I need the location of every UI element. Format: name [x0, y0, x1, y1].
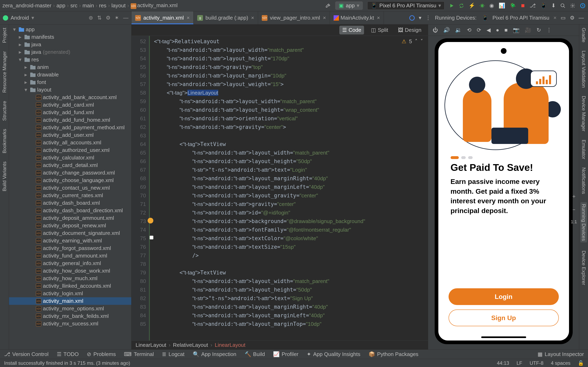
breadcrumbs[interactable]: zera_android-master›app›src›main›res›lay…: [2, 2, 178, 9]
login-button[interactable]: Login: [449, 288, 559, 305]
coverage-icon[interactable]: ◉: [489, 2, 494, 9]
more-icon[interactable]: ⋮: [546, 27, 552, 33]
tree-row[interactable]: </> activity_choose_language.xml: [9, 176, 131, 184]
breadcrumb-item[interactable]: src: [70, 2, 78, 9]
chevron-down-icon[interactable]: ▾: [31, 15, 34, 21]
tree-row[interactable]: </> activity_main.xml: [9, 297, 131, 305]
zoom-ratio[interactable]: 1:1: [571, 219, 577, 225]
dropdown-caret-icon[interactable]: ▾: [419, 15, 421, 21]
tool-logcat[interactable]: ≣ Logcat: [162, 351, 184, 358]
profiler-icon[interactable]: 📊: [499, 2, 505, 9]
breakpoint-icon[interactable]: [148, 218, 153, 224]
attach-debugger-icon[interactable]: 🪲: [510, 2, 516, 9]
view-code-button[interactable]: ☰ Code: [339, 26, 364, 34]
side-build-variants[interactable]: Build Variants: [2, 161, 7, 191]
tree-row[interactable]: </> activity_forgot_password.xml: [9, 244, 131, 252]
volume-down-icon[interactable]: 🔉: [455, 27, 462, 33]
close-icon[interactable]: ×: [251, 15, 254, 21]
tree-row[interactable]: ▾ res: [9, 56, 131, 63]
tree-row[interactable]: </> activity_login.xml: [9, 290, 131, 297]
page-indicator[interactable]: [438, 156, 569, 162]
tree-row[interactable]: </> activity_add_payment_method.xml: [9, 124, 131, 131]
snapshot-icon[interactable]: ↻: [536, 27, 541, 33]
readonly-icon[interactable]: 🔓: [578, 360, 584, 366]
tree-row[interactable]: </> activity_add_fund.xml: [9, 109, 131, 116]
power-icon[interactable]: ⏻: [433, 27, 438, 33]
tree-row[interactable]: ▾ layout: [9, 86, 131, 94]
view-split-button[interactable]: ◫ Split: [368, 26, 391, 34]
tree-row[interactable]: ▾ app: [9, 26, 131, 33]
breadcrumb-item[interactable]: res: [99, 2, 106, 9]
view-design-button[interactable]: 🖼 Design: [395, 26, 424, 34]
bookmark-icon[interactable]: [150, 236, 153, 239]
close-device-icon[interactable]: ×: [553, 15, 557, 21]
stop-icon[interactable]: [521, 3, 525, 8]
tree-row[interactable]: </> activity_fund_ammount.xml: [9, 252, 131, 259]
sort-icon[interactable]: ⇅: [97, 15, 102, 21]
project-mode[interactable]: Android: [11, 15, 29, 21]
project-tree[interactable]: ▾ app ▸ manifests ▸ java ▸ java (generat…: [9, 25, 131, 350]
side-resource-manager[interactable]: Resource Manager: [2, 51, 7, 93]
tree-row[interactable]: </> activity_deposit_renew.xml: [9, 222, 131, 229]
minimize-icon[interactable]: —: [579, 15, 584, 21]
tree-row[interactable]: </> activity_add_bank_account.xml: [9, 94, 131, 101]
tool-terminal[interactable]: ⌨ Terminal: [124, 351, 154, 358]
tree-row[interactable]: </> activity_dash_board_direction.xml: [9, 207, 131, 214]
tree-row[interactable]: </> activity_how_dose_work.xml: [9, 267, 131, 275]
running-device-name[interactable]: Pixel 6 Pro API Tiramisu: [493, 15, 549, 21]
tree-row[interactable]: </> activity_contact_us_new.xml: [9, 184, 131, 192]
breadcrumb-item[interactable]: </>activity_main.xml: [131, 2, 178, 9]
tree-row[interactable]: ▸ java: [9, 41, 131, 48]
breadcrumb-item[interactable]: app: [57, 2, 65, 9]
rotate-left-icon[interactable]: ⟲: [467, 27, 471, 33]
next-highlight-icon[interactable]: ˅: [420, 38, 423, 45]
avd-manager-icon[interactable]: 📱: [540, 2, 547, 9]
editor-tab[interactable]: gbuild.gradle (:app)×: [194, 11, 258, 24]
tree-row[interactable]: </> activity_mx_sucess.xml: [9, 320, 131, 327]
zoom-out-icon[interactable]: －: [571, 206, 577, 213]
tool-profiler[interactable]: 📈 Profiler: [273, 351, 298, 358]
tool-app-quality[interactable]: ✦ App Quality Insights: [307, 351, 360, 358]
indent-setting[interactable]: 4 spaces: [551, 360, 571, 366]
record-icon[interactable]: 🎥: [525, 27, 531, 33]
editor-tab[interactable]: </>activity_main.xml×: [131, 11, 194, 24]
rotate-right-icon[interactable]: ⟳: [477, 27, 481, 33]
tree-row[interactable]: ▸ java (generated): [9, 48, 131, 56]
tree-row[interactable]: </> activity_dash_board.xml: [9, 199, 131, 207]
window-icon[interactable]: ▭: [561, 15, 566, 21]
side-bookmarks[interactable]: Bookmarks: [2, 129, 7, 153]
side-notifications[interactable]: Notifications: [581, 167, 587, 194]
breadcrumb-item[interactable]: zera_android-master: [2, 2, 52, 9]
tree-row[interactable]: </> activity_earning_with.xml: [9, 237, 131, 244]
side-layout-validation[interactable]: Layout Validation: [581, 50, 587, 88]
search-icon[interactable]: [560, 3, 566, 8]
tree-row[interactable]: </> activity_add_fund_home.xml: [9, 116, 131, 124]
prev-highlight-icon[interactable]: ˄: [415, 38, 417, 45]
close-icon[interactable]: ×: [187, 15, 190, 21]
side-running-devices[interactable]: Running Devices: [580, 202, 587, 242]
run-config-selector[interactable]: ▣ app ▾: [335, 1, 363, 10]
side-structure[interactable]: Structure: [2, 101, 7, 121]
side-emulator[interactable]: Emulator: [581, 140, 587, 159]
editor-tab[interactable]: </>view_pager_intro.xml×: [258, 11, 330, 24]
tree-row[interactable]: </> activity_add_user.xml: [9, 131, 131, 139]
editor-tab[interactable]: MainActivity.kt×: [330, 11, 384, 24]
tool-build[interactable]: 🔨 Build: [245, 351, 265, 358]
hide-icon[interactable]: —: [123, 15, 129, 21]
tree-row[interactable]: ▸ anim: [9, 63, 131, 71]
tree-row[interactable]: </> activity_general_info.xml: [9, 259, 131, 267]
tree-row[interactable]: ▸ drawable: [9, 71, 131, 78]
breadcrumb-item[interactable]: layout: [112, 2, 126, 9]
tree-row[interactable]: ▸ manifests: [9, 33, 131, 41]
filter-icon[interactable]: ⚙: [106, 15, 111, 21]
target-icon[interactable]: ⊚: [89, 15, 93, 21]
apply-changes-icon[interactable]: [459, 3, 464, 8]
side-gradle[interactable]: Gradle: [581, 28, 587, 42]
tree-row[interactable]: </> activity_authorized_user.xml: [9, 146, 131, 154]
tree-row[interactable]: </> activity_deposit_ammount.xml: [9, 214, 131, 222]
tree-row[interactable]: ▸ font: [9, 78, 131, 86]
code-editor[interactable]: <"t-tag">RelativeLayout "t-ns">android:"…: [149, 36, 428, 341]
back-icon[interactable]: ◀: [486, 27, 491, 33]
hammer-icon[interactable]: [325, 3, 331, 8]
tree-row[interactable]: </> activity_mx_bank_feilds.xml: [9, 312, 131, 320]
